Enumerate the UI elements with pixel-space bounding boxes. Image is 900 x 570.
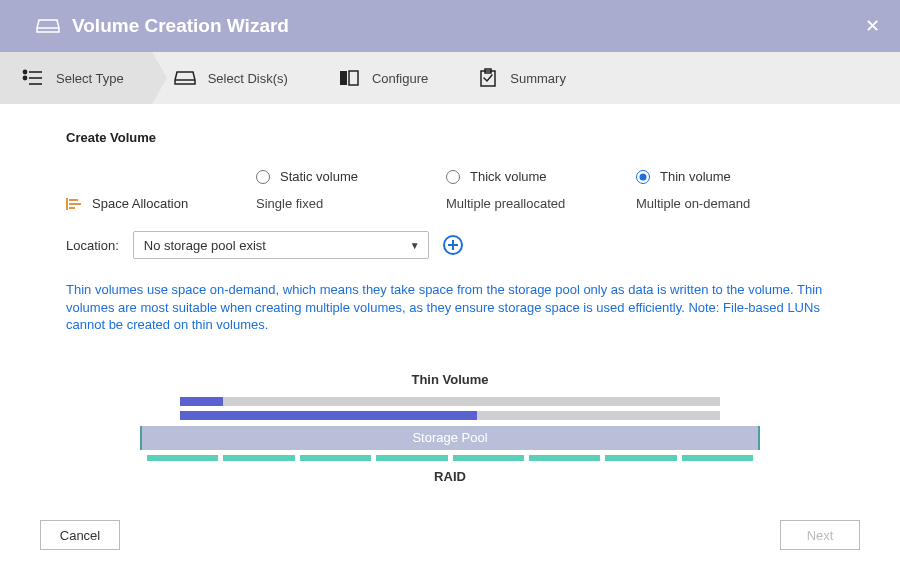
location-label: Location: <box>66 238 119 253</box>
location-selected-value: No storage pool exist <box>144 238 266 253</box>
diagram-bar-2 <box>180 411 720 420</box>
step-label: Select Disk(s) <box>208 71 288 86</box>
radio-static-volume[interactable]: Static volume <box>256 169 446 184</box>
section-title: Create Volume <box>66 130 834 145</box>
location-select[interactable]: No storage pool exist ▼ <box>133 231 429 259</box>
diagram-pool: Storage Pool <box>140 426 760 450</box>
alloc-thin: Multiple on-demand <box>636 196 826 211</box>
step-configure[interactable]: Configure <box>316 52 456 104</box>
svg-point-3 <box>23 76 26 79</box>
summary-icon <box>478 68 498 88</box>
diagram-raid-row <box>147 455 753 461</box>
alloc-thick: Multiple preallocated <box>446 196 636 211</box>
svg-rect-7 <box>340 71 347 85</box>
drive-icon <box>36 16 72 37</box>
step-select-disks[interactable]: Select Disk(s) <box>152 52 316 104</box>
radio-thin-volume[interactable]: Thin volume <box>636 169 826 184</box>
window-title: Volume Creation Wizard <box>72 15 865 37</box>
radio-thick-volume[interactable]: Thick volume <box>446 169 636 184</box>
step-summary[interactable]: Summary <box>456 52 594 104</box>
diagram-top-label: Thin Volume <box>140 372 760 387</box>
step-label: Select Type <box>56 71 124 86</box>
diagram-bar-1 <box>180 397 720 406</box>
chevron-down-icon: ▼ <box>410 240 420 251</box>
disk-icon <box>174 69 196 87</box>
step-select-type[interactable]: Select Type <box>0 52 152 104</box>
next-button[interactable]: Next <box>780 520 860 550</box>
radio-label: Static volume <box>280 169 358 184</box>
volume-type-description: Thin volumes use space on-demand, which … <box>66 281 834 334</box>
volume-type-grid: Static volume Thick volume Thin volume S… <box>66 169 834 211</box>
close-icon[interactable]: ✕ <box>865 15 880 37</box>
configure-icon <box>338 69 360 87</box>
allocation-icon <box>66 197 82 211</box>
radio-label: Thin volume <box>660 169 731 184</box>
cancel-button[interactable]: Cancel <box>40 520 120 550</box>
radio-label: Thick volume <box>470 169 547 184</box>
wizard-content: Create Volume Static volume Thick volume… <box>0 104 900 484</box>
titlebar: Volume Creation Wizard ✕ <box>0 0 900 52</box>
alloc-static: Single fixed <box>256 196 446 211</box>
svg-rect-8 <box>349 71 358 85</box>
svg-point-1 <box>23 70 26 73</box>
volume-diagram: Thin Volume Storage Pool RAID <box>140 372 760 484</box>
wizard-steps: Select Type Select Disk(s) Configure <box>0 52 900 104</box>
diagram-bottom-label: RAID <box>140 469 760 484</box>
space-allocation-label: Space Allocation <box>66 196 256 211</box>
wizard-footer: Cancel Next <box>0 520 900 550</box>
list-icon <box>22 69 44 87</box>
step-label: Summary <box>510 71 566 86</box>
step-label: Configure <box>372 71 428 86</box>
add-pool-button[interactable] <box>443 235 463 255</box>
location-row: Location: No storage pool exist ▼ <box>66 231 834 259</box>
